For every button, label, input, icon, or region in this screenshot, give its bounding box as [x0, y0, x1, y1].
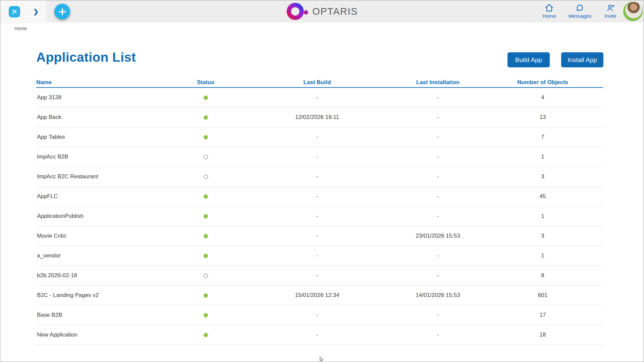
app-name: ImpAcc B2C Restaurant [36, 173, 170, 180]
status-icon [204, 194, 208, 199]
build-app-button[interactable]: Build App [507, 52, 550, 67]
install-app-button[interactable]: Install App [561, 52, 603, 67]
app-name: B2C - Landing Pages v2 [36, 292, 170, 299]
table-row[interactable]: App 3128 - - 4 [36, 88, 603, 108]
table-row[interactable]: AppFLC - - 45 [36, 187, 603, 206]
table-row[interactable]: a_vendor - - 1 [36, 246, 603, 266]
logo-text: OPTARIS [312, 6, 358, 17]
nav-invite-label: Invite [604, 13, 616, 19]
last-installation: - [393, 213, 482, 220]
object-count: 13 [482, 114, 603, 121]
chevron-right-icon[interactable]: ❯ [33, 7, 39, 15]
table-row[interactable]: Base B2B - - 17 [36, 305, 603, 325]
object-count: 8 [482, 272, 603, 279]
table-row[interactable]: ApplicationPublish - - 1 [36, 206, 603, 226]
object-count: 1 [482, 252, 603, 259]
table-row[interactable]: B2C - Landing Pages v2 15/01/2026 12:34 … [36, 286, 603, 305]
table-row[interactable]: App Tables - - 7 [36, 127, 603, 147]
last-build: - [241, 154, 393, 160]
status-cell [170, 233, 241, 239]
nav-messages[interactable]: Messages [569, 3, 591, 19]
last-installation: - [393, 193, 482, 200]
status-cell [170, 173, 241, 180]
table-row[interactable]: b2b 2026-02-18 - - 8 [36, 266, 603, 286]
last-build: - [241, 331, 393, 338]
status-icon [204, 214, 208, 219]
table-row[interactable]: App Back 12/02/2026 19:11 - 13 [36, 108, 603, 127]
status-icon [204, 254, 208, 258]
column-header-last-installation[interactable]: Last Installation [393, 79, 482, 86]
status-icon [204, 96, 208, 100]
last-installation: - [393, 154, 482, 160]
status-cell [170, 94, 241, 101]
last-installation: - [393, 94, 482, 101]
object-count: 17 [482, 312, 603, 318]
table-header: Name Status Last Build Last Installation… [36, 77, 603, 88]
object-count: 1 [482, 213, 603, 220]
status-icon [204, 293, 208, 298]
app-name: a_vendor [36, 252, 170, 259]
app-name: ImpAcc B2B [36, 154, 170, 160]
workspace-branch-icon[interactable] [9, 6, 20, 17]
status-icon [204, 135, 208, 139]
app-name: New Application [36, 331, 170, 338]
status-icon [204, 234, 208, 238]
status-cell [170, 252, 241, 259]
nav-home-label: Home [543, 13, 556, 19]
mouse-cursor [319, 356, 324, 362]
table-row[interactable]: Movie Critic - 23/01/2026 15:53 3 [36, 226, 603, 246]
status-icon [204, 313, 208, 317]
object-count: 601 [482, 292, 603, 299]
table-row[interactable]: ImpAcc B2B - - 1 [36, 147, 603, 167]
column-header-last-build[interactable]: Last Build [241, 79, 393, 86]
page-title: Application List [36, 50, 136, 65]
user-avatar[interactable] [623, 2, 643, 21]
nav-messages-label: Messages [569, 13, 591, 19]
object-count: 3 [482, 173, 603, 180]
add-button[interactable] [54, 4, 70, 19]
object-count: 4 [482, 94, 603, 101]
status-cell [170, 213, 241, 220]
app-name: b2b 2026-02-18 [36, 272, 170, 279]
top-navigation: Home Messages Invite [541, 3, 619, 19]
plus-icon [58, 7, 67, 16]
last-installation: - [393, 252, 482, 259]
column-header-name[interactable]: Name [36, 79, 170, 86]
last-installation: 14/01/2026 15:53 [393, 292, 482, 299]
last-installation: - [393, 272, 482, 279]
status-cell [170, 134, 241, 140]
table-row[interactable]: New Application - - 18 [36, 325, 603, 345]
column-header-status[interactable]: Status [170, 79, 241, 86]
avatar-photo [625, 2, 642, 18]
app-name: App 3128 [36, 94, 170, 101]
app-name: AppFLC [36, 193, 170, 200]
table-body: App 3128 - - 4 App Back 12/02/2026 19:11… [36, 88, 603, 345]
app-name: Movie Critic [36, 233, 170, 239]
last-build: - [241, 94, 393, 101]
status-cell [170, 292, 241, 299]
nav-invite[interactable]: Invite [602, 3, 619, 19]
breadcrumb[interactable]: Home [14, 26, 27, 31]
status-cell [170, 312, 241, 318]
object-count: 18 [482, 331, 603, 338]
app-name: Base B2B [36, 312, 170, 318]
last-build: - [241, 173, 393, 180]
workspace-area: ❯ [0, 0, 46, 23]
application-table: Name Status Last Build Last Installation… [36, 77, 603, 345]
branch-icon [11, 8, 18, 15]
last-build: - [241, 193, 393, 200]
object-count: 3 [482, 233, 603, 239]
status-icon [204, 175, 208, 179]
last-installation: 23/01/2026 15:53 [393, 233, 482, 239]
table-row[interactable]: ImpAcc B2C Restaurant - - 3 [36, 167, 603, 187]
home-icon [545, 3, 554, 12]
last-build: - [241, 252, 393, 259]
last-build: 12/02/2026 19:11 [241, 114, 393, 121]
nav-home[interactable]: Home [541, 3, 558, 19]
status-cell [170, 272, 241, 279]
object-count: 7 [482, 134, 603, 140]
column-header-number-of-objects[interactable]: Number of Objects [482, 79, 603, 86]
brand-logo[interactable]: OPTARIS [286, 0, 358, 22]
app-name: App Tables [36, 134, 170, 140]
status-cell [170, 114, 241, 121]
